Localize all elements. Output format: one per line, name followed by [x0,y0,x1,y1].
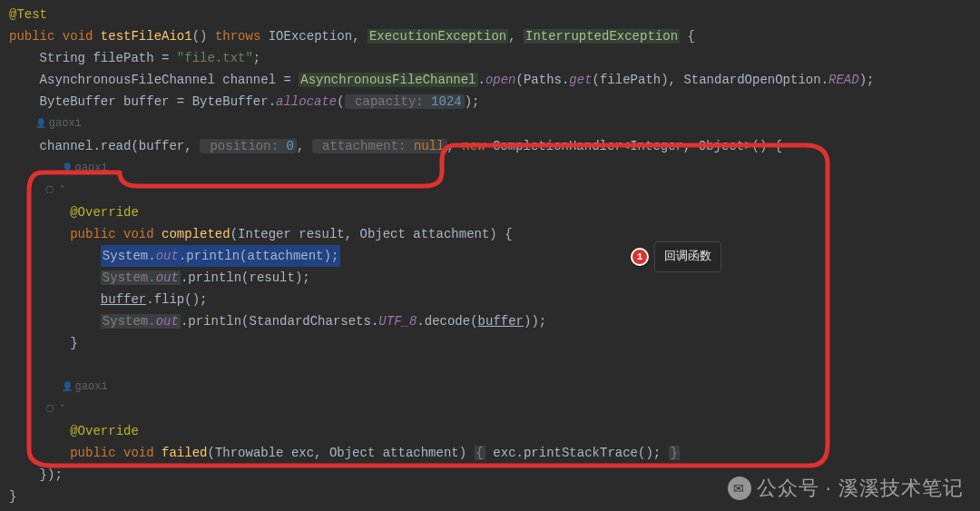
annotation-test: @Test [9,7,47,22]
code-line[interactable]: channel.read(buffer, position: 0, attach… [9,135,980,157]
code-line[interactable]: System.out.println(StandardCharsets.UTF_… [9,310,980,332]
string-literal: "file.txt" [177,51,253,65]
code-line[interactable]: public void testFileAio1() throws IOExce… [9,25,980,47]
code-line[interactable]: buffer.flip(); [9,289,980,310]
code-line[interactable]: public void failed(Throwable exc, Object… [9,442,980,464]
gutter-icon[interactable]: ⎔ ˅ [9,398,980,420]
code-line[interactable]: ByteBuffer buffer = ByteBuffer.allocate(… [9,91,980,113]
method-name: failed [162,446,207,460]
code-line[interactable]: String filePath = "file.txt"; [9,47,980,69]
method-name: testFileAio1 [101,29,192,44]
method-name: completed [162,227,230,241]
inlay-hint: capacity: 1024 [345,94,465,109]
author-hint: gaoxi [9,157,980,180]
code-line-selected[interactable]: System.out.println(attachment); [9,245,980,267]
inlay-hint: position: 0 [200,139,297,153]
annotation-override: @Override [70,205,139,220]
inlay-hint: attachment: null [312,139,447,153]
annotation-override: @Override [70,424,139,438]
code-line[interactable]: System.out.println(result); [9,267,980,289]
code-line[interactable]: public void completed(Integer result, Ob… [9,223,980,245]
code-line[interactable]: @Override [9,420,980,442]
highlight-exception: InterruptedException [524,29,680,44]
gutter-icon[interactable]: ⎔ ˅ [9,180,980,201]
author-hint: gaoxi [9,376,980,398]
var-buffer: buffer [101,292,146,307]
watermark: ✉ 公众号 · 溪溪技术笔记 [728,477,964,500]
code-line[interactable]: } [9,332,980,354]
code-line[interactable]: @Override [9,201,980,223]
code-line[interactable]: @Test [9,4,980,25]
callout: 1 回调函数 [631,241,721,272]
code-line[interactable]: AsynchronousFileChannel channel = Asynch… [9,69,980,91]
callout-label: 回调函数 [654,241,721,272]
author-hint: gaoxi [9,113,980,135]
highlight-exception: ExecutionException [368,29,508,44]
selection-highlight: System.out.println(attachment); [101,245,341,267]
blank-line [9,354,980,376]
callout-badge: 1 [631,248,649,266]
wechat-icon: ✉ [728,477,751,500]
